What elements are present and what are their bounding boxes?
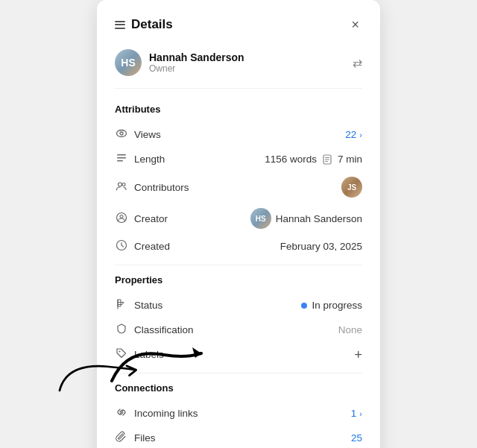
views-value[interactable]: 22 › xyxy=(345,129,362,140)
incoming-links-chevron: › xyxy=(359,409,362,418)
creator-row: Creator HS Hannah Sanderson xyxy=(115,203,362,234)
contributors-left: Contributors xyxy=(115,180,189,195)
length-left: Length xyxy=(115,152,165,166)
svg-rect-2 xyxy=(117,154,126,156)
details-panel: Details × HS Hannah Sanderson Owner ⇄ At… xyxy=(97,0,380,448)
word-count: 1156 words xyxy=(265,154,317,165)
svg-rect-8 xyxy=(325,161,328,162)
files-label: Files xyxy=(134,432,156,444)
svg-point-16 xyxy=(119,351,121,353)
classification-row: Classification None xyxy=(115,318,362,342)
properties-section-title: Properties xyxy=(115,274,362,285)
status-text: In progress xyxy=(312,300,362,311)
tag-icon xyxy=(115,347,128,362)
classification-text: None xyxy=(338,324,362,335)
created-label: Created xyxy=(134,241,170,252)
labels-label: Labels xyxy=(134,349,164,360)
created-date: February 03, 2025 xyxy=(280,241,362,252)
creator-left: Creator xyxy=(115,212,168,226)
files-count: 25 xyxy=(351,432,362,444)
swap-icon[interactable]: ⇄ xyxy=(353,56,362,70)
contributors-row: Contributors JS xyxy=(115,171,362,203)
incoming-links-label: Incoming links xyxy=(134,408,198,419)
menu-icon[interactable] xyxy=(115,21,125,29)
contributors-label: Contributors xyxy=(134,182,189,193)
owner-role: Owner xyxy=(149,63,244,74)
eye-icon xyxy=(115,127,128,142)
owner-info: HS Hannah Sanderson Owner xyxy=(115,49,244,76)
status-row: Status In progress xyxy=(115,293,362,318)
incoming-links-row: Incoming links 1 › xyxy=(115,401,362,426)
svg-point-10 xyxy=(122,183,125,186)
paperclip-icon xyxy=(115,431,128,445)
status-value[interactable]: In progress xyxy=(301,300,362,311)
views-chevron: › xyxy=(359,130,362,139)
files-row: Files 25 xyxy=(115,426,362,448)
person-circle-icon xyxy=(115,212,128,226)
creator-name: Hannah Sanderson xyxy=(276,213,362,224)
svg-rect-6 xyxy=(325,157,329,158)
classification-left: Classification xyxy=(115,323,194,337)
add-label-button[interactable]: + xyxy=(354,348,362,362)
avatar: HS xyxy=(115,49,142,76)
svg-point-0 xyxy=(117,130,127,137)
files-left: Files xyxy=(115,431,156,445)
list-icon xyxy=(115,152,128,166)
attributes-section-title: Attributes xyxy=(115,104,362,115)
divider-2 xyxy=(115,373,362,373)
read-time: 7 min xyxy=(338,154,362,165)
status-left: Status xyxy=(115,298,162,312)
panel-title: Details xyxy=(131,17,173,32)
avatar-image: HS xyxy=(115,49,142,76)
length-label: Length xyxy=(134,154,165,165)
created-value: February 03, 2025 xyxy=(280,241,362,252)
length-value: 1156 words 7 min xyxy=(265,154,362,165)
views-label: Views xyxy=(134,129,161,140)
owner-name: Hannah Sanderson xyxy=(149,51,244,63)
files-value[interactable]: 25 xyxy=(351,432,362,444)
creator-label: Creator xyxy=(134,213,168,224)
created-row: Created February 03, 2025 xyxy=(115,234,362,259)
close-button[interactable]: × xyxy=(348,15,362,34)
creator-avatar: HS xyxy=(250,208,271,229)
svg-rect-3 xyxy=(117,157,126,159)
svg-point-12 xyxy=(120,215,123,218)
panel-header-left: Details xyxy=(115,17,173,32)
svg-point-1 xyxy=(120,132,123,135)
svg-rect-14 xyxy=(118,300,121,306)
labels-row: Labels + xyxy=(115,342,362,367)
svg-rect-7 xyxy=(325,159,329,160)
flag-icon xyxy=(115,298,128,312)
status-label: Status xyxy=(134,300,162,311)
created-left: Created xyxy=(115,239,170,253)
incoming-links-value[interactable]: 1 › xyxy=(351,408,362,419)
length-row: Length 1156 words 7 min xyxy=(115,147,362,171)
owner-details: Hannah Sanderson Owner xyxy=(149,51,244,74)
views-left: Views xyxy=(115,127,161,142)
views-count: 22 xyxy=(345,129,356,140)
labels-left: Labels xyxy=(115,347,164,362)
incoming-links-left: Incoming links xyxy=(115,406,198,420)
incoming-links-count: 1 xyxy=(351,408,357,419)
link-icon xyxy=(115,406,128,420)
shield-icon xyxy=(115,323,128,337)
connections-section-title: Connections xyxy=(115,382,362,394)
owner-row: HS Hannah Sanderson Owner ⇄ xyxy=(115,49,362,89)
status-dot xyxy=(301,303,307,309)
contributor-avatar: JS xyxy=(341,177,362,198)
people-icon xyxy=(115,180,128,195)
clock-icon xyxy=(115,239,128,253)
svg-rect-4 xyxy=(117,160,123,162)
classification-value: None xyxy=(338,324,362,335)
divider-1 xyxy=(115,265,362,265)
panel-header: Details × xyxy=(115,15,362,34)
classification-label: Classification xyxy=(134,324,194,335)
views-row: Views 22 › xyxy=(115,122,362,147)
svg-point-9 xyxy=(119,183,122,186)
contributors-value[interactable]: JS xyxy=(341,177,362,198)
creator-value: HS Hannah Sanderson xyxy=(250,208,362,229)
